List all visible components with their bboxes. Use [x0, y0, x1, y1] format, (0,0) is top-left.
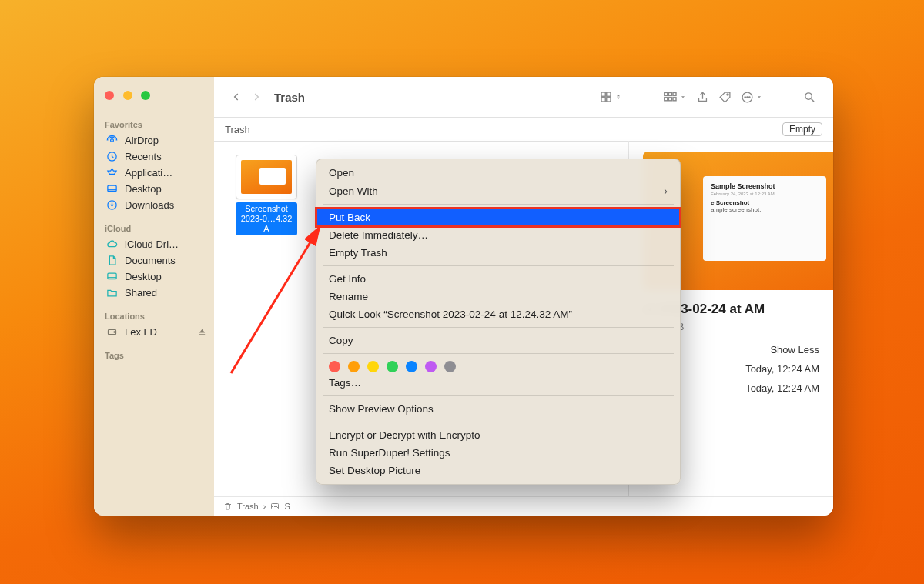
group-button[interactable]	[658, 86, 691, 108]
svg-rect-14	[665, 98, 668, 101]
svg-rect-15	[668, 98, 671, 101]
menu-item[interactable]: Encrypt or Decrypt with Encrypto	[316, 426, 680, 444]
tag-color-dot[interactable]	[444, 361, 456, 372]
menu-item[interactable]: Copy	[316, 332, 680, 349]
menu-item[interactable]: Get Info	[316, 270, 680, 288]
svg-rect-13	[673, 92, 676, 95]
menu-item-label: Encrypt or Decrypt with Encrypto	[329, 429, 480, 441]
tag-color-dot[interactable]	[387, 361, 398, 372]
tag-color-dot[interactable]	[348, 361, 360, 372]
tag-color-dot[interactable]	[406, 361, 417, 372]
menu-item-label: Show Preview Options	[329, 403, 434, 415]
svg-rect-9	[601, 98, 605, 102]
clock-icon	[105, 151, 119, 162]
menu-item-label: Rename	[329, 291, 368, 302]
svg-rect-16	[673, 98, 676, 101]
svg-rect-11	[665, 92, 668, 95]
menu-item-label: Open	[329, 167, 354, 179]
file-item[interactable]: Screenshot 2023-0…4.32 A	[236, 155, 297, 235]
svg-rect-2	[107, 185, 116, 192]
search-button[interactable]	[798, 86, 821, 108]
location-title: Trash	[225, 124, 250, 135]
back-button[interactable]	[226, 87, 246, 107]
menu-separator	[323, 265, 674, 266]
menu-item-label: Open With	[329, 185, 378, 197]
tags-button[interactable]	[714, 86, 736, 108]
svg-point-0	[110, 139, 113, 142]
menu-item-label: Run SuperDuper! Settings	[329, 447, 450, 459]
zoom-window-button[interactable]	[141, 91, 150, 100]
svg-point-21	[749, 96, 750, 97]
more-button[interactable]	[736, 86, 768, 108]
show-less-link[interactable]: Show Less	[770, 344, 819, 355]
menu-item[interactable]: Tags…	[316, 374, 680, 392]
image-icon	[270, 502, 280, 511]
sidebar-item-documents[interactable]: Documents	[94, 252, 214, 269]
sidebar-item-recents[interactable]: Recents	[94, 149, 214, 165]
svg-point-6	[114, 332, 115, 332]
svg-point-22	[805, 92, 812, 98]
sidebar-item-volume[interactable]: Lex FD	[94, 324, 214, 340]
downloads-icon	[105, 199, 119, 211]
sidebar-item-airdrop[interactable]: AirDrop	[94, 132, 214, 149]
view-icons-button[interactable]	[594, 85, 627, 108]
tag-color-dot[interactable]	[425, 361, 437, 372]
window-title: Trash	[274, 91, 305, 104]
sidebar-item-applications[interactable]: Applicati…	[94, 165, 214, 181]
tag-color-dot[interactable]	[367, 361, 379, 372]
svg-rect-10	[607, 98, 611, 102]
menu-item[interactable]: Open	[316, 164, 680, 182]
close-window-button[interactable]	[105, 91, 114, 100]
menu-item[interactable]: Put Back	[316, 209, 680, 226]
menu-item[interactable]: Quick Look “Screenshot 2023-02-24 at 12.…	[316, 305, 680, 323]
svg-point-19	[745, 96, 745, 97]
context-menu[interactable]: OpenOpen With›Put BackDelete Immediately…	[316, 159, 681, 485]
sidebar-item-downloads[interactable]: Downloads	[94, 197, 214, 213]
menu-item[interactable]: Run SuperDuper! Settings	[316, 444, 680, 462]
menu-separator	[323, 422, 674, 422]
empty-trash-button[interactable]: Empty	[782, 122, 822, 136]
sidebar-item-icloud-desktop[interactable]: Desktop	[94, 269, 214, 285]
svg-rect-12	[668, 92, 671, 95]
menu-item-label: Quick Look “Screenshot 2023-02-24 at 12.…	[329, 309, 572, 320]
trash-icon	[223, 502, 233, 511]
menu-item-label: Tags…	[329, 377, 361, 389]
menu-separator	[323, 204, 674, 205]
window-controls	[105, 91, 156, 102]
menu-item[interactable]: Rename	[316, 288, 680, 305]
menu-item[interactable]: Set Desktop Picture	[316, 462, 680, 479]
menu-item[interactable]: Show Preview Options	[316, 400, 680, 418]
sidebar-header-tags: Tags	[105, 351, 214, 360]
menu-item[interactable]: Empty Trash	[316, 244, 680, 262]
sidebar-item-shared[interactable]: Shared	[94, 285, 214, 301]
documents-icon	[105, 255, 119, 266]
minimize-window-button[interactable]	[123, 91, 132, 100]
menu-item-label: Put Back	[329, 212, 370, 223]
menu-item-label: Delete Immediately…	[329, 229, 428, 241]
toolbar: Trash	[214, 77, 833, 117]
menu-item-label: Get Info	[329, 273, 366, 285]
sidebar-header-favorites: Favorites	[105, 120, 214, 129]
menu-separator	[323, 353, 674, 354]
desktop-icon	[105, 183, 119, 195]
menu-item-label: Empty Trash	[329, 247, 387, 259]
menu-item[interactable]: Delete Immediately…	[316, 226, 680, 244]
file-label: Screenshot 2023-0…4.32 A	[236, 202, 297, 235]
location-bar: Trash Empty	[214, 117, 833, 142]
forward-button[interactable]	[246, 87, 266, 107]
desktop-icon	[105, 271, 119, 282]
path-bar[interactable]: Trash › S	[214, 496, 833, 516]
applications-icon	[105, 167, 119, 179]
sidebar-item-desktop[interactable]: Desktop	[94, 181, 214, 197]
share-button[interactable]	[691, 86, 714, 108]
tag-color-dot[interactable]	[329, 361, 340, 372]
menu-tag-colors[interactable]	[316, 358, 680, 374]
menu-item-label: Set Desktop Picture	[329, 465, 420, 476]
preview-modified: Today, 12:24 AM	[745, 382, 819, 394]
menu-item[interactable]: Open With›	[316, 182, 680, 200]
sidebar-item-icloud-drive[interactable]: iCloud Dri…	[94, 236, 214, 252]
chevron-right-icon: ›	[664, 185, 668, 197]
preview-created: Today, 12:24 AM	[745, 363, 819, 375]
eject-icon[interactable]	[198, 328, 206, 336]
disk-icon	[105, 326, 119, 338]
